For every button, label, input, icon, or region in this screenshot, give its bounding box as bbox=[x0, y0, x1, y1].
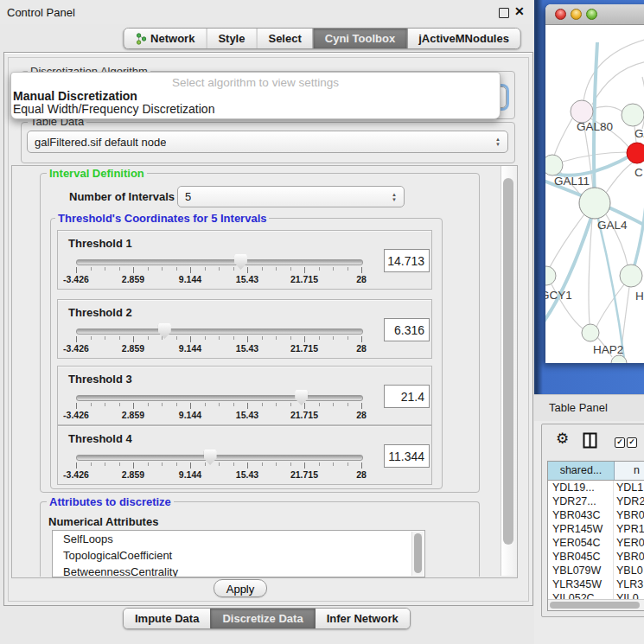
slider-tick bbox=[91, 336, 92, 340]
network-node-gal4[interactable] bbox=[579, 188, 610, 219]
slider-tick bbox=[205, 267, 206, 271]
checkbox-icon[interactable]: ✓ bbox=[627, 437, 637, 448]
apply-button[interactable]: Apply bbox=[214, 579, 267, 597]
cell-shared-name: YBR043C bbox=[548, 508, 614, 522]
network-node-hap2[interactable] bbox=[582, 324, 599, 341]
table-row[interactable]: YBR045CYBR0 bbox=[548, 550, 644, 564]
network-view-window[interactable]: GAL80GACGAL11GAL4GCY1HHAP2 bbox=[545, 4, 644, 363]
zoom-traffic-light-icon[interactable] bbox=[586, 9, 597, 20]
network-node-c[interactable] bbox=[627, 143, 644, 163]
slider-track[interactable] bbox=[76, 395, 363, 401]
slider-tick bbox=[91, 462, 92, 466]
network-node-gal11[interactable] bbox=[545, 155, 563, 175]
slider-tick bbox=[190, 403, 191, 409]
cell-name: YBL0 bbox=[614, 564, 644, 577]
slider-tick bbox=[133, 336, 134, 342]
slider-thumb[interactable] bbox=[234, 254, 247, 270]
slider-tick bbox=[276, 403, 277, 406]
attributes-group-label: Attributes to discretize bbox=[47, 495, 174, 508]
dropdown-option-equal-width-frequency-discretization[interactable]: Equal Width/Frequency Discretization bbox=[13, 102, 214, 116]
slider-track[interactable] bbox=[76, 259, 363, 265]
slider-tick bbox=[233, 462, 234, 466]
list-item-selfloops[interactable]: SelfLoops bbox=[53, 531, 424, 547]
tab-impute-data[interactable]: Impute Data bbox=[124, 609, 210, 628]
cell-shared-name: YER054C bbox=[548, 536, 614, 550]
column-header-shared[interactable]: shared... bbox=[548, 462, 615, 480]
slider-tick bbox=[176, 403, 177, 406]
checkbox-icon[interactable]: ✓ bbox=[615, 437, 625, 448]
table-row[interactable]: YPR145WYPR1 bbox=[548, 522, 644, 536]
table-row[interactable]: YBL079WYBL0 bbox=[548, 564, 644, 577]
cell-shared-name: YDL19... bbox=[548, 481, 614, 494]
threshold-value-field[interactable]: 14.713 bbox=[384, 249, 430, 272]
slider-tick bbox=[176, 462, 177, 466]
slider-track[interactable] bbox=[76, 328, 363, 335]
tab-discretize-data[interactable]: Discretize Data bbox=[210, 609, 314, 628]
tab-infer-network[interactable]: Infer Network bbox=[315, 609, 410, 628]
table-row[interactable]: YBR043CYBR0 bbox=[548, 508, 644, 522]
slider-tick bbox=[262, 403, 263, 406]
slider-tick bbox=[333, 336, 334, 340]
table-row[interactable]: YDR27...YDR2 bbox=[548, 494, 644, 508]
close-traffic-light-icon[interactable] bbox=[555, 9, 566, 20]
list-item-topologicalcoefficient[interactable]: TopologicalCoefficient bbox=[53, 547, 424, 564]
slider-tick-label: 2.859 bbox=[114, 410, 152, 420]
slider-tick bbox=[233, 403, 234, 406]
slider-thumb[interactable] bbox=[204, 450, 217, 465]
slider-tick bbox=[148, 336, 149, 340]
scrollbar-thumb[interactable] bbox=[503, 178, 513, 545]
hscrollbar-thumb[interactable] bbox=[550, 602, 640, 609]
slider-tick-label: 21.715 bbox=[285, 274, 323, 284]
table-row[interactable]: YER054CYER0 bbox=[548, 536, 644, 550]
list-scrollbar[interactable] bbox=[411, 532, 424, 576]
slider-tick bbox=[319, 462, 320, 466]
network-node-gcy1[interactable] bbox=[545, 266, 556, 285]
slider-tick bbox=[348, 462, 348, 466]
table-panel-titlebar: Table Panel bbox=[534, 394, 644, 421]
minimize-traffic-light-icon[interactable] bbox=[571, 9, 582, 20]
slider-tick-label: 2.859 bbox=[114, 343, 152, 354]
slider-tick bbox=[348, 336, 348, 340]
slider-tick-label: 28 bbox=[342, 343, 380, 354]
slider-tick-label: 9.144 bbox=[171, 274, 209, 284]
cell-name: YBR0 bbox=[614, 550, 644, 564]
table-row[interactable]: YLR345WYLR3 bbox=[548, 577, 644, 591]
table-row[interactable]: YDL19...YDL1 bbox=[548, 481, 644, 494]
slider-tick bbox=[348, 267, 348, 271]
dropdown-option-manual-discretization[interactable]: Manual Discretization bbox=[13, 89, 137, 103]
bottom-tab-strip: Impute DataDiscretize DataInfer Network bbox=[123, 608, 411, 629]
network-window-titlebar[interactable] bbox=[545, 4, 644, 25]
slider-tick bbox=[148, 462, 149, 466]
slider-tick-label: 15.43 bbox=[228, 343, 266, 354]
slider-tick bbox=[133, 403, 134, 409]
list-item-betweennesscentrality[interactable]: BetweennessCentrality bbox=[53, 564, 424, 577]
slider-tick bbox=[361, 336, 362, 342]
cell-name: YDL1 bbox=[614, 481, 644, 494]
column-header-name[interactable]: n bbox=[615, 462, 644, 480]
threshold-value-field[interactable]: 11.344 bbox=[384, 444, 430, 468]
slider-tick bbox=[105, 336, 105, 340]
slider-tick bbox=[148, 403, 149, 406]
slider-tick bbox=[119, 403, 120, 406]
slider-tick-label: 15.43 bbox=[228, 274, 266, 284]
slider-track[interactable] bbox=[76, 455, 363, 461]
float-window-icon[interactable] bbox=[499, 8, 509, 18]
threshold-value-field[interactable]: 21.4 bbox=[384, 385, 430, 408]
network-node-ga[interactable] bbox=[622, 104, 644, 126]
slider-tick bbox=[233, 336, 234, 340]
split-view-icon[interactable] bbox=[583, 432, 597, 452]
table-hscrollbar[interactable] bbox=[548, 599, 644, 610]
slider-tick bbox=[105, 267, 105, 271]
network-canvas[interactable]: GAL80GACGAL11GAL4GCY1HHAP2 bbox=[545, 25, 644, 363]
node-label: GCY1 bbox=[545, 289, 572, 302]
slider-tick bbox=[276, 336, 277, 340]
threshold-value-field[interactable]: 6.316 bbox=[384, 318, 430, 341]
slider-thumb[interactable] bbox=[158, 323, 171, 339]
gear-icon[interactable]: ⚙ bbox=[556, 431, 569, 446]
threshold-label: Threshold 1 bbox=[68, 237, 132, 250]
network-node-h[interactable] bbox=[620, 265, 642, 287]
settings-scrollbar[interactable] bbox=[501, 166, 517, 576]
numerical-attributes-list[interactable]: SelfLoopsTopologicalCoefficientBetweenne… bbox=[52, 530, 425, 577]
close-icon[interactable]: ✕ bbox=[514, 4, 525, 18]
slider-thumb[interactable] bbox=[295, 390, 308, 405]
